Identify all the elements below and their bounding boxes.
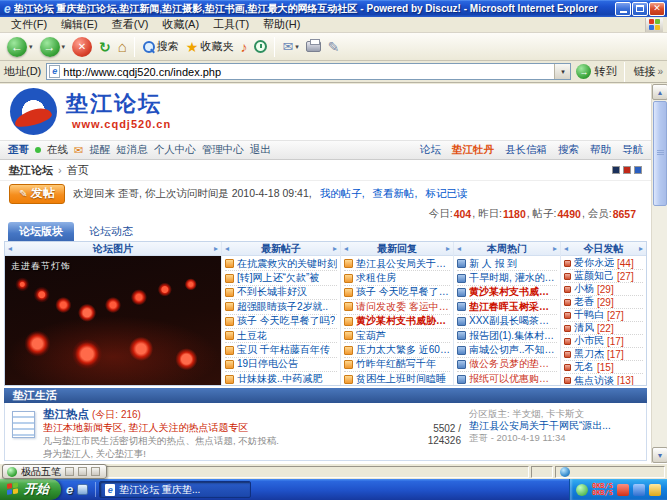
scroll-up-arrow[interactable]: ▲: [652, 84, 667, 100]
list-item[interactable]: 垫江县公安局关于干网民: [344, 257, 450, 271]
post-title[interactable]: 报告团(1).集体村村..: [469, 329, 557, 343]
tray-volume-icon[interactable]: [649, 484, 661, 496]
list-item[interactable]: 19日停电公告: [225, 358, 337, 372]
address-input[interactable]: e http://www.cqdj520.cn/index.php ▾: [46, 63, 571, 80]
list-item[interactable]: 清风[22]: [564, 322, 643, 335]
address-dropdown-button[interactable]: ▾: [554, 64, 570, 79]
list-item[interactable]: 压力太大繁多 近60%白..: [344, 343, 450, 357]
menu-help[interactable]: 帮助(H): [256, 16, 307, 33]
post-title[interactable]: 报纸可以优惠购为神奇: [469, 372, 557, 385]
list-item[interactable]: 蓝颜知己[27]: [564, 270, 643, 283]
admin-link[interactable]: 管理中心: [202, 143, 244, 157]
maximize-button[interactable]: [632, 2, 648, 16]
post-title[interactable]: 孩子 今天吃早餐了吗?: [356, 286, 450, 300]
poster-name[interactable]: 小杨: [574, 283, 594, 296]
list-item[interactable]: 竹昨年红酷写千年: [344, 358, 450, 372]
nav-mudan[interactable]: 垫江牡丹: [452, 143, 494, 157]
mail-button[interactable]: ✉ ▾: [279, 38, 301, 56]
post-title[interactable]: 黄沙某村支书威胁记者: [356, 315, 450, 329]
nav-search[interactable]: 搜索: [558, 143, 579, 157]
next-icon[interactable]: ▸: [333, 245, 337, 253]
vertical-scrollbar[interactable]: ▲ ▼: [651, 84, 667, 463]
ime-icon[interactable]: [7, 467, 17, 477]
post-title[interactable]: [转]网上还“欠款”被: [237, 271, 319, 285]
list-item[interactable]: 宝贝 千年枯藤百年传: [225, 343, 337, 357]
list-item[interactable]: 新 人 报 到: [457, 257, 557, 271]
list-item[interactable]: 做公务员梦的垫江人注意: [457, 358, 557, 372]
my-posts-link[interactable]: 我的帖子,: [320, 187, 365, 201]
stop-button[interactable]: ✕: [69, 35, 95, 59]
list-item[interactable]: 报纸可以优惠购为神奇: [457, 372, 557, 385]
ime-toolbar[interactable]: 极品五笔: [2, 464, 107, 479]
mark-read-link[interactable]: 标记已读: [426, 187, 468, 201]
taskbar-item-active[interactable]: e 垫江论坛 重庆垫...: [99, 481, 251, 498]
ime-keyboard-icon[interactable]: [65, 467, 74, 476]
close-button[interactable]: ✕: [649, 2, 665, 16]
list-item[interactable]: 孩子 今天吃早餐了吗?: [225, 315, 337, 329]
tab-activity[interactable]: 论坛动态: [78, 222, 144, 241]
quicklaunch-ie-icon[interactable]: e: [66, 482, 73, 497]
back-button[interactable]: ← ▾: [4, 35, 36, 59]
next-icon[interactable]: ▸: [639, 245, 643, 253]
post-title[interactable]: 孩子 今天吃早餐了吗?: [237, 315, 335, 329]
list-item[interactable]: 廿妹妹拨..中药减肥: [225, 372, 337, 385]
next-icon[interactable]: ▸: [553, 245, 557, 253]
post-title[interactable]: 超强眼睛孩子2岁就..: [237, 300, 328, 314]
list-item[interactable]: 不到长城非好汉: [225, 286, 337, 300]
post-title[interactable]: 垫江春晖玉树采名片: [469, 300, 557, 314]
list-item[interactable]: 小杨[29]: [564, 283, 643, 296]
pm-link[interactable]: 短消息: [116, 143, 148, 157]
post-title[interactable]: 19日停电公告: [237, 358, 298, 372]
list-item[interactable]: 小市民[17]: [564, 335, 643, 348]
theme-red-swatch[interactable]: [623, 166, 631, 174]
post-title[interactable]: 垫江县公安局关于干网民: [356, 257, 450, 271]
search-button[interactable]: 搜索: [139, 37, 182, 56]
go-button[interactable]: → 转到: [576, 64, 616, 79]
post-title[interactable]: 不到长城非好汉: [237, 286, 307, 300]
section-header[interactable]: 垫江生活: [4, 388, 647, 403]
notice-link[interactable]: 提醒: [89, 143, 110, 157]
prev-icon[interactable]: ◂: [344, 245, 348, 253]
forum-row[interactable]: 垫江热点 (今日: 216) 垫江本地新闻专区, 垫江人关注的热点话题专区 凡与…: [4, 403, 647, 461]
list-item[interactable]: 孩子 今天吃早餐了吗?: [344, 286, 450, 300]
nav-navigation[interactable]: 导航: [622, 143, 643, 157]
post-title[interactable]: 做公务员梦的垫江人注意: [469, 358, 557, 372]
post-title[interactable]: 竹昨年红酷写千年: [356, 358, 436, 372]
tray-antivirus-icon[interactable]: [617, 484, 629, 496]
logout-link[interactable]: 退出: [250, 143, 271, 157]
tray-messenger-icon[interactable]: [633, 484, 645, 496]
media-button[interactable]: ♪: [237, 38, 250, 56]
next-icon[interactable]: ▸: [214, 245, 218, 253]
site-logo-icon[interactable]: [10, 88, 57, 135]
menu-favorites[interactable]: 收藏(A): [155, 16, 206, 33]
list-item[interactable]: XXX副县长喝茶去了: [457, 315, 557, 329]
profile-link[interactable]: 个人中心: [154, 143, 196, 157]
scroll-down-arrow[interactable]: ▼: [652, 447, 667, 463]
poster-name[interactable]: 无名: [574, 361, 594, 374]
post-title[interactable]: 贫困生上班时间瞌睡: [356, 372, 446, 385]
post-title[interactable]: 宝葫芦: [356, 329, 386, 343]
poster-name[interactable]: 焦点访谈: [574, 374, 614, 385]
list-item[interactable]: 千鸭白[27]: [564, 309, 643, 322]
tray-ime-icon[interactable]: [576, 484, 588, 496]
post-title[interactable]: 压力太大繁多 近60%白..: [356, 343, 450, 357]
menu-tools[interactable]: 工具(T): [206, 16, 256, 33]
post-title[interactable]: XXX副县长喝茶去了: [469, 315, 557, 329]
list-item[interactable]: 无名[15]: [564, 361, 643, 374]
new-post-button[interactable]: ✎ 发帖: [9, 184, 65, 204]
poster-name[interactable]: 老香: [574, 296, 594, 309]
poster-name[interactable]: 黑刀杰: [574, 348, 604, 361]
ime-settings-icon[interactable]: [91, 467, 100, 476]
new-posts-link[interactable]: 查看新帖,: [373, 187, 418, 201]
post-title[interactable]: 请问发改委 客运中心进..: [356, 300, 450, 314]
menu-view[interactable]: 查看(V): [105, 16, 156, 33]
quicklaunch-desktop-icon[interactable]: [77, 484, 88, 495]
favorites-button[interactable]: ★ 收藏夹: [183, 37, 237, 56]
breadcrumb-root[interactable]: 垫江论坛: [9, 163, 53, 178]
prev-icon[interactable]: ◂: [457, 245, 461, 253]
list-item[interactable]: 求租住房: [344, 271, 450, 285]
home-button[interactable]: ⌂: [115, 38, 130, 56]
prev-icon[interactable]: ◂: [225, 245, 229, 253]
title-bar[interactable]: e 垫江论坛 重庆垫江论坛,垫江新闻,垫江摄影,垫江书画,垫江最大的网络互动社区…: [0, 0, 667, 17]
post-title[interactable]: 廿妹妹拨..中药减肥: [237, 372, 323, 385]
